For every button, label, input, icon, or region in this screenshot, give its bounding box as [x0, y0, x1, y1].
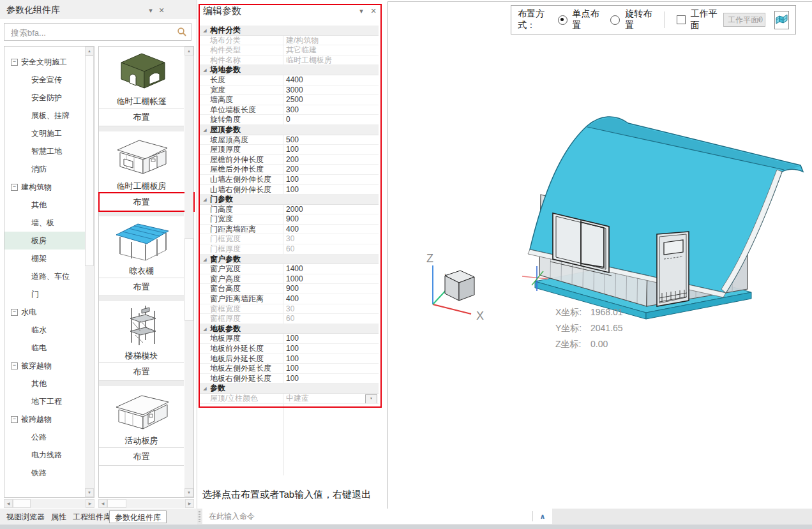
search-icon[interactable] [177, 27, 187, 37]
param-value[interactable]: 1400 [283, 264, 379, 274]
tree-item[interactable]: 墙、板 [4, 214, 85, 232]
component-card[interactable]: 楼梯模块布置 [99, 301, 184, 381]
tree-item[interactable]: 铁路 [4, 464, 85, 482]
param-value[interactable]: 100 [283, 334, 379, 343]
collapse-icon[interactable]: − [11, 184, 18, 191]
param-value[interactable]: 100 [283, 185, 379, 195]
tree-item[interactable]: 其他 [4, 196, 85, 214]
workplane-select[interactable]: 工作平面0 ∨ [723, 13, 765, 27]
collapse-icon[interactable]: − [11, 59, 18, 66]
param-value[interactable]: 300 [283, 105, 379, 115]
tree-item[interactable]: 临水 [4, 321, 85, 339]
dock-tab-视图浏览器[interactable]: 视图浏览器 [4, 510, 47, 523]
tree-item[interactable]: 文明施工 [4, 124, 85, 142]
grid-section-header[interactable]: ◢门参数 [200, 195, 379, 205]
dropdown-button[interactable]: ▼ [365, 394, 377, 403]
collapse-icon[interactable]: − [11, 309, 18, 316]
tree-item[interactable]: −被跨越物 [4, 410, 85, 428]
drag-grip-icon[interactable] [199, 511, 200, 522]
scroll-up-icon[interactable]: ▲ [184, 47, 193, 56]
tree-item[interactable]: 智慧工地 [4, 142, 85, 160]
param-value[interactable]: 500 [283, 135, 379, 145]
tree-item[interactable]: 电力线路 [4, 446, 85, 464]
param-value[interactable]: 4400 [283, 75, 379, 85]
param-value[interactable]: 100 [283, 354, 379, 364]
workplane-view-button[interactable] [774, 11, 789, 29]
radio-rotate-placement[interactable] [610, 15, 620, 25]
panel-caret-icon[interactable]: ▾ [356, 6, 366, 16]
component-card[interactable]: 临时工棚板房布置 [99, 131, 184, 211]
scroll-thumb[interactable] [184, 238, 193, 321]
scroll-thumb[interactable] [13, 499, 31, 508]
tree-item[interactable]: 其他 [4, 375, 85, 392]
tree-item[interactable]: −水电 [4, 303, 85, 321]
place-button[interactable]: 布置 [99, 447, 184, 466]
components-vscrollbar[interactable]: ▲ ▼ [184, 47, 193, 497]
component-card[interactable]: 临时工棚帐篷布置 [99, 47, 184, 126]
scroll-left-icon[interactable]: ◀ [98, 499, 107, 508]
tree-item[interactable]: 公路 [4, 428, 85, 446]
dock-tab-参数化组件库[interactable]: 参数化组件库 [109, 510, 167, 523]
param-value[interactable]: 900 [283, 284, 379, 294]
workplane-checkbox[interactable] [677, 15, 686, 24]
radio-single-placement[interactable] [558, 15, 568, 25]
tree-item[interactable]: −安全文明施工 [4, 53, 85, 71]
tree-item[interactable]: −建构筑物 [4, 178, 85, 196]
scroll-right-icon[interactable]: ▶ [86, 499, 94, 508]
tree-item[interactable]: −被穿越物 [4, 357, 85, 375]
scroll-down-icon[interactable]: ▼ [184, 488, 193, 497]
scroll-right-icon[interactable]: ▶ [185, 499, 194, 508]
param-value[interactable]: 200 [283, 155, 379, 165]
place-button-highlighted[interactable]: 布置 [99, 193, 184, 211]
scroll-up-icon[interactable]: ▲ [85, 47, 94, 56]
param-value[interactable]: 400 [283, 294, 379, 304]
place-button[interactable]: 布置 [99, 108, 184, 126]
tree-item[interactable]: 门 [4, 285, 85, 303]
panel-close-icon[interactable]: ✕ [156, 5, 167, 15]
viewport-3d[interactable]: Y Z X 布置方式： 单点布置 旋转布置 工作平面 工作平面0 ∨ [387, 1, 812, 509]
tree-item[interactable]: 展板、挂牌 [4, 107, 85, 124]
param-value[interactable]: 100 [283, 364, 379, 373]
param-value[interactable]: 100 [283, 344, 379, 354]
scroll-left-icon[interactable]: ◀ [4, 499, 13, 508]
dock-tab-属性[interactable]: 属性 [49, 510, 69, 523]
param-value[interactable]: 100 [283, 374, 379, 384]
tree-item[interactable]: 安全防护 [4, 89, 85, 107]
dock-tab-工程组件库[interactable]: 工程组件库 [70, 510, 114, 523]
param-value[interactable]: 2000 [283, 205, 379, 214]
param-value[interactable]: 400 [283, 225, 379, 234]
scroll-down-icon[interactable]: ▼ [85, 488, 94, 497]
tree-item[interactable]: 安全宣传 [4, 71, 85, 89]
components-hscrollbar[interactable]: ◀ ▶ [98, 499, 194, 508]
param-value[interactable]: 200 [283, 165, 379, 174]
radio-rotate-label[interactable]: 旋转布置 [625, 8, 653, 31]
grid-section-header[interactable]: ◢场地参数 [200, 65, 379, 75]
collapse-icon[interactable]: − [11, 362, 18, 369]
tree-item[interactable]: 临电 [4, 339, 85, 357]
collapse-icon[interactable]: − [11, 416, 18, 423]
param-value[interactable]: 3000 [283, 86, 379, 95]
param-value[interactable]: 900 [283, 214, 379, 224]
command-input[interactable] [207, 510, 491, 523]
collapse-command-icon[interactable]: ∧ [536, 510, 550, 523]
tree-item[interactable]: 板房 [4, 232, 85, 250]
grid-section-header[interactable]: ◢窗户参数 [200, 255, 379, 265]
tree-item[interactable]: 道路、车位 [4, 267, 85, 285]
tree-item[interactable]: 地下工程 [4, 392, 85, 410]
component-card[interactable]: 晾衣棚布置 [99, 216, 184, 296]
scroll-thumb[interactable] [107, 499, 126, 508]
grid-section-header[interactable]: ◢屋顶参数 [200, 125, 379, 135]
place-button[interactable]: 布置 [99, 278, 184, 296]
tree-item[interactable]: 棚架 [4, 250, 85, 267]
grid-section-header[interactable]: ◢构件分类 [200, 26, 379, 36]
grid-section-header[interactable]: ◢地板参数 [200, 324, 379, 334]
radio-single-label[interactable]: 单点布置 [573, 8, 601, 31]
search-input[interactable] [10, 26, 172, 40]
component-card[interactable]: 活动板房布置 [99, 386, 184, 466]
panel-caret-icon[interactable]: ▾ [146, 5, 156, 15]
tree-item[interactable]: 消防 [4, 160, 85, 178]
tree-hscrollbar[interactable]: ◀ ▶ [4, 499, 94, 508]
place-button[interactable]: 布置 [99, 362, 184, 381]
param-value[interactable]: 0 [283, 115, 379, 124]
param-value[interactable]: 100 [283, 145, 379, 154]
